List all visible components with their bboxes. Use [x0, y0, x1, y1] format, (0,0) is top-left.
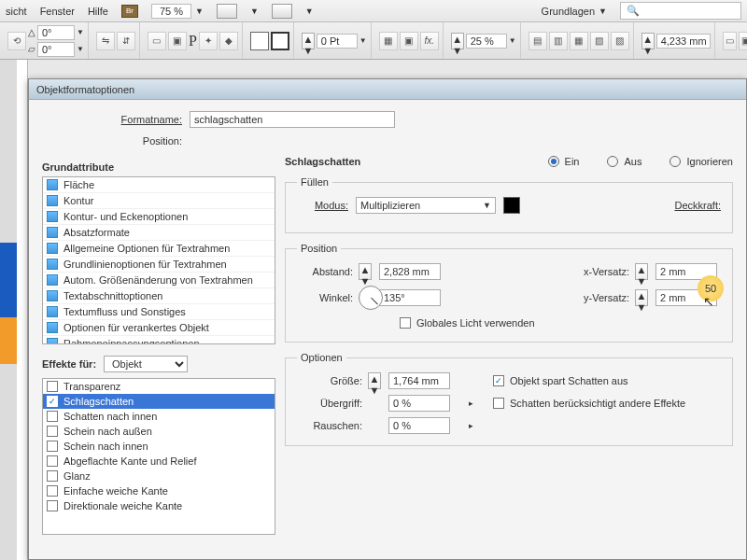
winkel-dial[interactable] — [359, 286, 383, 310]
effects-list[interactable]: TransparenzSchlagschattenSchatten nach i… — [42, 378, 275, 535]
attribute-item[interactable]: Allgemeine Optionen für Textrahmen — [43, 241, 275, 257]
xversatz-stepper[interactable]: ▲▼ — [635, 263, 648, 280]
effect-item[interactable]: Glanz — [43, 469, 275, 483]
object-style-dialog: Objektformatoptionen Formatname: Positio… — [28, 78, 747, 560]
flyout-icon[interactable]: ▸ — [469, 399, 487, 408]
screen-mode-icon[interactable] — [217, 4, 237, 19]
paragraph-icon: P — [189, 33, 197, 49]
chevron-down-icon: ▼ — [195, 7, 204, 16]
attribute-item[interactable]: Fläche — [43, 177, 275, 193]
effect-label: Einfache weiche Kante — [63, 485, 168, 497]
menu-view[interactable]: sicht — [6, 6, 27, 17]
radio-ein[interactable]: Ein — [548, 156, 580, 167]
effekte-fuer-select[interactable]: Objekt — [104, 356, 188, 372]
align-icon[interactable]: ▧ — [590, 32, 609, 50]
groesse-input[interactable] — [388, 372, 450, 389]
flyout-icon[interactable]: ▸ — [469, 421, 487, 430]
dialog-title: Objektformatoptionen — [29, 79, 746, 100]
stroke-swatch[interactable] — [271, 32, 289, 50]
deckkraft-label: Deckkraft: — [674, 200, 721, 211]
percent-stepper[interactable]: ▲▼ — [451, 33, 464, 49]
effect-label: Schein nach außen — [63, 426, 152, 437]
modus-combo[interactable]: Multiplizieren ▼ — [356, 197, 496, 214]
align-icon[interactable]: ▥ — [549, 32, 568, 50]
effect-item[interactable]: Schlagschatten — [43, 394, 275, 409]
formatname-label: Formatname: — [98, 114, 182, 125]
chevron-down-icon: ▼ — [359, 36, 367, 45]
spart-schatten-checkbox[interactable]: Objekt spart Schatten aus — [493, 375, 721, 386]
attribute-item[interactable]: Absatzformate — [43, 225, 275, 241]
abstand-stepper[interactable]: ▲▼ — [359, 263, 372, 280]
dim-stepper[interactable]: ▲▼ — [641, 33, 655, 49]
attribute-item[interactable]: Optionen für verankertes Objekt — [43, 320, 275, 336]
workspace-selector[interactable]: Grundlagen ▼ — [542, 6, 607, 17]
menubar: sicht Fenster Hilfe Br 75 % ▼ ▼ ▼ Grundl… — [0, 0, 747, 22]
rauschen-input[interactable] — [388, 417, 450, 434]
tool-icon[interactable]: ✦ — [199, 32, 218, 50]
shear-input[interactable] — [37, 42, 75, 57]
globales-licht-checkbox[interactable]: Globales Licht verwenden — [400, 317, 535, 329]
arrange-icon[interactable] — [272, 4, 292, 19]
fuellen-fieldset: Füllen Modus: Multiplizieren ▼ Deckkraft… — [285, 176, 733, 233]
attribute-item[interactable]: Autom. Größenänderung von Textrahmen — [43, 273, 275, 288]
attribute-item[interactable]: Textabschnittoptionen — [43, 288, 275, 304]
align-icon[interactable]: ▦ — [570, 32, 588, 50]
stroke-stepper[interactable]: ▲▼ — [302, 33, 315, 49]
position-legend: Position — [297, 243, 341, 254]
grundattribute-list[interactable]: FlächeKonturKontur- und EckenoptionenAbs… — [42, 176, 275, 344]
fill-swatch[interactable] — [250, 32, 269, 50]
dimension-input[interactable] — [656, 34, 711, 49]
flip-v-icon[interactable]: ⇵ — [117, 32, 135, 50]
menu-window[interactable]: Fenster — [40, 6, 75, 17]
tool-icon[interactable]: ◆ — [219, 32, 238, 50]
effect-item[interactable]: Schatten nach innen — [43, 409, 275, 424]
effect-item[interactable]: Direktionale weiche Kante — [43, 498, 275, 513]
attribute-item[interactable]: Rahmeneinpassungsoptionen — [43, 336, 275, 344]
align-icon[interactable]: ▨ — [611, 32, 629, 50]
stroke-weight-input[interactable] — [317, 34, 358, 49]
checkbox-icon — [47, 259, 58, 270]
radio-ignorieren[interactable]: Ignorieren — [669, 156, 733, 167]
effect-item[interactable]: Abgeflachte Kante und Relief — [43, 454, 275, 469]
wrap-icon[interactable]: ▣ — [400, 32, 418, 50]
zoom-value: 75 % — [151, 4, 191, 19]
attribute-item[interactable]: Textumfluss und Sonstiges — [43, 304, 275, 320]
checkbox-icon — [47, 179, 58, 190]
effects-icon[interactable]: fx. — [420, 32, 439, 50]
color-swatch[interactable] — [503, 197, 520, 214]
winkel-label: Winkel: — [297, 292, 353, 303]
link-icon[interactable]: ⟲ — [7, 32, 26, 50]
percent-input[interactable] — [466, 34, 507, 49]
yversatz-stepper[interactable]: ▲▼ — [635, 289, 648, 306]
effect-item[interactable]: Transparenz — [43, 379, 275, 394]
rotation-input[interactable] — [37, 25, 75, 40]
effect-label: Schlagschatten — [63, 396, 134, 407]
menu-help[interactable]: Hilfe — [88, 6, 108, 17]
winkel-input[interactable] — [379, 289, 441, 306]
fit-icon[interactable]: ▭ — [723, 32, 737, 50]
zoom-selector[interactable]: 75 % ▼ — [151, 4, 204, 19]
chevron-down-icon: ▼ — [77, 28, 84, 36]
checkbox-icon — [47, 426, 58, 437]
align-icon[interactable]: ▤ — [529, 32, 547, 50]
search-input[interactable]: 🔍 — [620, 2, 741, 20]
select-content-icon[interactable]: ▣ — [168, 32, 187, 50]
groesse-stepper[interactable]: ▲▼ — [368, 372, 381, 389]
formatname-input[interactable] — [190, 111, 395, 128]
checkbox-icon — [47, 381, 58, 392]
fit-icon[interactable]: ▣ — [739, 32, 747, 50]
effect-item[interactable]: Schein nach außen — [43, 424, 275, 439]
shear-icon: ▱ — [28, 44, 35, 54]
wrap-icon[interactable]: ▦ — [379, 32, 398, 50]
select-container-icon[interactable]: ▭ — [148, 32, 166, 50]
attribute-item[interactable]: Kontur — [43, 193, 275, 209]
flip-h-icon[interactable]: ⇋ — [96, 32, 115, 50]
attribute-item[interactable]: Kontur- und Eckenoptionen — [43, 209, 275, 225]
effect-item[interactable]: Einfache weiche Kante — [43, 483, 275, 498]
abstand-input[interactable] — [379, 263, 441, 280]
effect-item[interactable]: Schein nach innen — [43, 439, 275, 454]
attribute-item[interactable]: Grundlinienoptionen für Textrahmen — [43, 257, 275, 273]
beruecksichtigt-checkbox[interactable]: Schatten berücksichtigt andere Effekte — [493, 398, 721, 409]
radio-aus[interactable]: Aus — [607, 156, 641, 167]
uebergriff-input[interactable] — [388, 395, 450, 412]
